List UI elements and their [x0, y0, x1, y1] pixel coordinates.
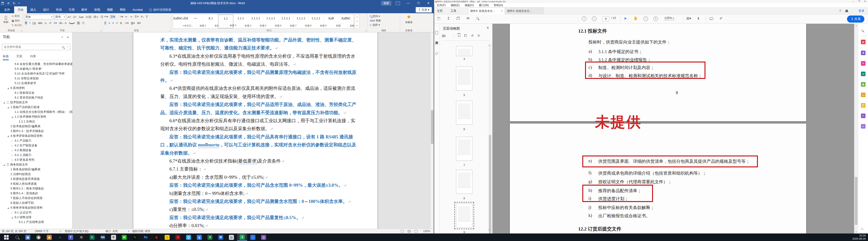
scroll-mode-icon[interactable]: ⇟ — [697, 16, 700, 21]
taskbar-icon-calculator[interactable]: ▦ — [23, 234, 33, 241]
menu-编辑(E)[interactable]: 编辑(E) — [448, 3, 462, 7]
numbering-button[interactable]: 1≡▾ — [110, 15, 115, 19]
nav-outline-item[interactable]: 6.2 基本存款账户信息 — [0, 95, 72, 100]
select-tool-icon[interactable]: ➤ — [624, 16, 627, 21]
send-sign-icon[interactable]: ✑ — [861, 124, 866, 129]
word-share-button[interactable]: ↥ 共享 ▾ — [416, 7, 432, 12]
page-thumbnail-9[interactable] — [456, 204, 472, 228]
clear-format-icon[interactable]: A⌫ — [86, 16, 91, 19]
nav-outline-item[interactable]: 4 投标人告知承诺函 — [0, 181, 72, 186]
acrobat-close-button[interactable]: ✕ — [862, 0, 868, 3]
change-case-icon[interactable]: Aa▾ — [79, 16, 84, 19]
taskbar-icon-qq[interactable]: Q — [151, 234, 161, 241]
font-dialog-launcher[interactable]: ↘ — [100, 30, 101, 32]
qat-dropdown-icon[interactable]: ▾ — [19, 2, 20, 4]
nav-tab-results[interactable]: 结果 — [30, 53, 36, 60]
grow-font-icon[interactable]: A˄ — [67, 16, 71, 19]
expanded-triangle-icon[interactable]: ◢ — [7, 86, 10, 90]
thumb-options-icon[interactable]: ▤▾ — [442, 34, 449, 37]
status-zoom-level[interactable]: 130% — [423, 229, 430, 234]
nav-outline-item[interactable]: 1 商务条款响应/偏离表 — [0, 167, 72, 172]
taskbar-icon-word-app[interactable]: W — [216, 234, 226, 241]
taskbar-icon-chrome[interactable] — [33, 234, 43, 241]
expanded-triangle-icon[interactable]: ◢ — [7, 134, 10, 138]
zoom-level-select[interactable]: 125% ▾ — [664, 16, 675, 20]
rotate-left-icon[interactable]: ↺ — [471, 34, 473, 37]
nav-outline-item[interactable]: ◢9.2 销售业绩 — [0, 215, 72, 219]
nav-outline-item[interactable]: 5.8 未发生重大质量、安全和环保事故承诺函 — [0, 62, 72, 66]
shrink-font-icon[interactable]: A˅ — [73, 16, 76, 19]
document-scrollbar[interactable] — [430, 32, 434, 229]
nav-outline-item[interactable]: ▷4.2 生产制造设备 — [0, 143, 72, 148]
style-item-标题 1[interactable]: 一标题 1 — [188, 14, 203, 28]
paragraph-dialog-launcher[interactable]: ↘ — [168, 30, 170, 32]
font-size-select[interactable]: 四号▾ — [54, 14, 66, 19]
page-thumbnail-5[interactable] — [456, 67, 472, 91]
attachments-icon[interactable] — [436, 52, 437, 56]
nav-outline-item[interactable]: 5.12 合规承诺书 — [0, 81, 72, 86]
status-track-changes[interactable]: 修订: 关闭 — [105, 229, 118, 234]
nav-tab-headings[interactable]: 标题 — [3, 53, 9, 60]
menu-视图(V)[interactable]: 视图(V) — [462, 3, 476, 7]
collapsed-triangle-icon[interactable]: ▷ — [11, 143, 14, 148]
borders-button[interactable]: ⊞▾ — [137, 22, 141, 25]
expanded-triangle-icon[interactable]: ◢ — [3, 162, 6, 167]
taskbar-icon-acrobat-app[interactable]: A — [173, 234, 183, 241]
taskbar-icon-netdisk[interactable]: ↑ — [248, 234, 258, 241]
thumb-scroll-down-icon[interactable]: ∨ — [489, 229, 492, 231]
status-language[interactable]: 简体中文(中国大陆) — [65, 229, 89, 234]
copy-button[interactable]: ▣复制 — [11, 19, 20, 22]
style-item-↵本文正...[interactable]: AaBbCcDd↵本文正... — [173, 14, 188, 28]
taskbar-icon-winrar[interactable]: ▥ — [258, 234, 269, 241]
acrobat-signin-button[interactable]: 登录 — [859, 7, 864, 14]
replace-button[interactable]: ab⇄ 替换 — [370, 19, 381, 22]
word-minimize-button[interactable]: — — [403, 0, 413, 6]
nav-outline-item[interactable]: ◢6 其他资料 — [0, 86, 72, 90]
pdf-scroll-up-icon[interactable]: ∧ — [854, 24, 858, 27]
status-word-count[interactable]: 29869 个字 — [35, 229, 49, 234]
nav-outline-item[interactable]: ◢4 技术评审条款响应资料 — [0, 133, 72, 138]
highlight-color-button[interactable]: ab▾ — [59, 22, 66, 25]
char-border-button[interactable]: ㊥ — [82, 21, 85, 25]
taskbar-icon-pen-app[interactable]: ✎ — [130, 234, 140, 241]
view-read-icon[interactable] — [399, 229, 405, 234]
ribbon-tab-设计[interactable]: 设计 — [40, 6, 53, 13]
align-left-button[interactable]: ≡ — [104, 21, 106, 25]
ribbon-tab-Acrobat[interactable]: Acrobat — [129, 6, 146, 13]
acrobat-share-button[interactable]: ↥ 共享 — [847, 16, 864, 23]
ribbon-tab-引用[interactable]: 引用 — [65, 6, 78, 13]
status-accessibility[interactable]: 辅助功能: 调查 — [132, 229, 150, 234]
style-item-标题 7[interactable]: 1.1.1.1标题 7 — [278, 14, 293, 28]
thumb-scroll-up-icon[interactable]: ∧ — [489, 44, 492, 47]
view-web-icon[interactable] — [413, 229, 419, 234]
show-marks-button[interactable]: ¶ — [146, 15, 148, 18]
sort-button[interactable]: A↓ — [141, 15, 144, 18]
expanded-triangle-icon[interactable]: ◢ — [7, 206, 10, 210]
nav-outline-item[interactable]: 3 附件1-3：技术关键条款 — [0, 129, 72, 133]
font-color-button[interactable]: A▾ — [69, 22, 75, 25]
taskbar-icon-teams[interactable]: T — [66, 234, 76, 241]
nav-outline-item[interactable]: ◢1 投标产品的执行标准 — [0, 104, 72, 110]
decrease-indent-button[interactable]: ⇤ — [125, 15, 128, 18]
organize-pages-icon[interactable]: ⧉ — [861, 82, 866, 87]
bookmarks-icon[interactable] — [435, 41, 438, 46]
find-icon[interactable] — [476, 16, 478, 20]
taskbar-icon-notepad[interactable]: ▤ — [226, 234, 237, 241]
acrobat-restore-button[interactable]: ❐ — [856, 0, 862, 3]
style-item-标题 2[interactable]: A 1标题 2 — [203, 14, 218, 28]
nav-outline-item[interactable]: 1.1 在线含水分析仪技术规格书（稠油）（按... — [0, 110, 72, 114]
page-thumbnails-icon[interactable] — [435, 31, 438, 35]
taskbar-icon-app-j[interactable]: J — [237, 234, 247, 241]
create-pdf-icon[interactable]: ✚ — [861, 51, 866, 55]
collapsed-triangle-icon[interactable]: ▷ — [11, 139, 14, 143]
extract-page-icon[interactable]: ⧠ — [464, 34, 467, 37]
align-center-button[interactable]: ≡ — [108, 22, 110, 25]
multilevel-list-button[interactable]: ⋮≡▾ — [117, 15, 123, 18]
word-signin-button[interactable]: 登录 — [381, 1, 391, 5]
highlight-pen-icon[interactable]: ✐ — [720, 16, 722, 21]
page-thumbnail-4[interactable] — [456, 46, 472, 56]
format-painter-button[interactable]: ✎格式刷 — [11, 24, 22, 27]
expanded-triangle-icon[interactable]: ◢ — [11, 215, 14, 219]
shading-button[interactable]: ▨▾ — [131, 22, 135, 25]
nav-outline-item[interactable]: 6 附件1-4：其他条款 — [0, 191, 72, 195]
